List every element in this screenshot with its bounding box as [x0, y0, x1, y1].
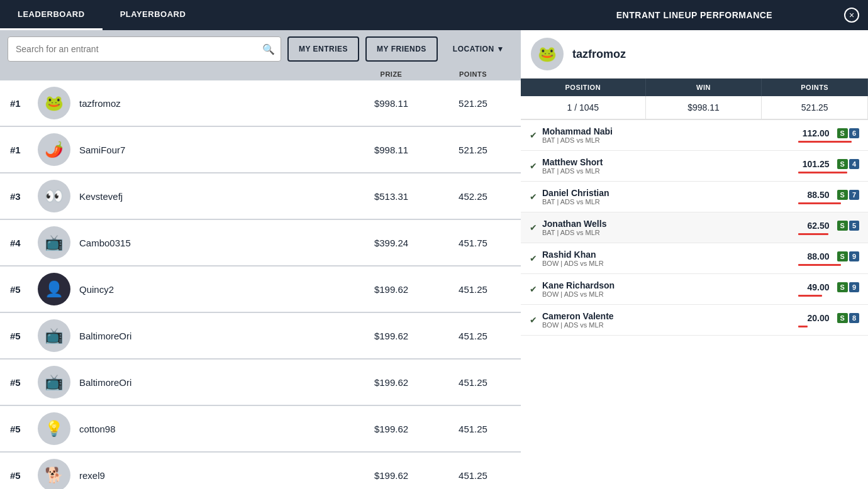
- table-row[interactable]: #5 📺 BaltimoreOri $199.62 451.25: [0, 313, 521, 358]
- player-info: Matthew Short BAT | ADS vs MLR: [542, 157, 798, 175]
- num-badge: 9: [849, 251, 859, 261]
- list-item[interactable]: ✔ Kane Richardson BOW | ADS vs MLR 49.00…: [521, 274, 868, 305]
- table-row[interactable]: #1 🐸 tazfromoz $998.11 521.25: [0, 80, 521, 126]
- my-entries-button[interactable]: MY ENTRIES: [287, 36, 359, 62]
- player-score: 112.00: [798, 128, 830, 138]
- rank: #5: [10, 284, 38, 295]
- avatar: 👀: [38, 180, 70, 212]
- table-row[interactable]: #1 🌶️ SamiFour7 $998.11 521.25: [0, 127, 521, 172]
- player-sub: BAT | ADS vs MLR: [542, 198, 798, 206]
- points: 451.25: [435, 377, 511, 388]
- score-bar: [798, 172, 847, 173]
- player-name: BaltimoreOri: [79, 331, 347, 341]
- points: 521.25: [435, 145, 511, 155]
- my-friends-button[interactable]: MY FRIENDS: [365, 36, 438, 62]
- right-panel-title: ENTRANT LINEUP PERFORMANCE: [616, 10, 772, 20]
- points: 451.25: [435, 424, 511, 434]
- prize: $998.11: [347, 145, 435, 155]
- username: tazfromoz: [572, 48, 626, 61]
- checkmark-icon: ✔: [530, 130, 542, 140]
- player-score: 88.00: [798, 251, 830, 261]
- num-badge: 4: [849, 159, 859, 169]
- table-row[interactable]: #3 👀 Kevstevefj $513.31 452.25: [0, 173, 521, 219]
- list-item[interactable]: ✔ Jonathan Wells BAT | ADS vs MLR 62.50 …: [521, 212, 868, 243]
- list-item[interactable]: ✔ Daniel Christian BAT | ADS vs MLR 88.5…: [521, 182, 868, 212]
- avatar: 📺: [38, 319, 70, 352]
- s-badge: S: [837, 128, 848, 138]
- table-row[interactable]: #5 👤 Quincy2 $199.62 451.25: [0, 266, 521, 312]
- search-bar: 🔍 MY ENTRIES MY FRIENDS LOCATION ▼: [0, 30, 521, 68]
- rank: #1: [10, 98, 38, 109]
- score-bar: [798, 295, 822, 297]
- points-column-header: POINTS: [435, 70, 511, 78]
- player-badge: S 9: [837, 251, 859, 261]
- table-row[interactable]: #5 💡 cotton98 $199.62 451.25: [0, 406, 521, 451]
- player-name: Cameron Valente: [542, 311, 798, 321]
- tab-leaderboard[interactable]: LEADERBOARD: [0, 0, 103, 30]
- table-row[interactable]: #5 🐕 rexel9 $199.62 451.25: [0, 453, 521, 489]
- player-badge: S 4: [837, 159, 859, 169]
- score-bar: [798, 141, 852, 143]
- player-sub: BOW | ADS vs MLR: [542, 290, 798, 298]
- points: 451.25: [435, 470, 511, 481]
- table-row[interactable]: #5 📺 BaltimoreOri $199.62 451.25: [0, 360, 521, 405]
- player-name: BaltimoreOri: [79, 377, 347, 388]
- player-info: Kane Richardson BOW | ADS vs MLR: [542, 280, 798, 298]
- prize-column-header: PRIZE: [347, 70, 435, 78]
- search-icon: 🔍: [262, 43, 275, 55]
- s-badge: S: [837, 190, 848, 200]
- player-badge: S 7: [837, 190, 859, 200]
- prize: $199.62: [347, 331, 435, 341]
- player-badge: S 9: [837, 282, 859, 292]
- score-bar: [798, 326, 808, 327]
- avatar: 📺: [38, 366, 70, 398]
- prize: $199.62: [347, 470, 435, 481]
- list-item[interactable]: ✔ Rashid Khan BOW | ADS vs MLR 88.00 S 9: [521, 243, 868, 274]
- points: 451.25: [435, 331, 511, 341]
- checkmark-icon: ✔: [530, 161, 542, 171]
- rank: #3: [10, 191, 38, 202]
- rank: #5: [10, 424, 38, 434]
- player-badge: S 5: [837, 221, 859, 231]
- win-header: WIN: [645, 79, 762, 96]
- stats-table: POSITION WIN POINTS 1 / 1045 $998.11 521…: [521, 79, 868, 120]
- prize: $199.62: [347, 377, 435, 388]
- player-name: Matthew Short: [542, 157, 798, 167]
- player-info: Cameron Valente BOW | ADS vs MLR: [542, 311, 798, 329]
- list-item[interactable]: ✔ Cameron Valente BOW | ADS vs MLR 20.00…: [521, 305, 868, 336]
- player-name: Mohammad Nabi: [542, 126, 798, 136]
- num-badge: 7: [849, 190, 859, 200]
- avatar: 🐕: [38, 459, 70, 489]
- points: 451.25: [435, 284, 511, 295]
- avatar: 🐸: [531, 38, 564, 70]
- tab-playerboard[interactable]: PLAYERBOARD: [103, 0, 204, 30]
- prize: $998.11: [347, 98, 435, 109]
- search-input-wrap: 🔍: [8, 36, 281, 62]
- list-item[interactable]: ✔ Mohammad Nabi BAT | ADS vs MLR 112.00 …: [521, 120, 868, 151]
- player-name: tazfromoz: [79, 98, 347, 109]
- player-name: Daniel Christian: [542, 188, 798, 198]
- list-item[interactable]: ✔ Matthew Short BAT | ADS vs MLR 101.25 …: [521, 151, 868, 182]
- points: 452.25: [435, 191, 511, 202]
- left-panel: LEADERBOARD PLAYERBOARD 🔍 MY ENTRIES MY …: [0, 0, 521, 489]
- column-headers: PRIZE POINTS: [0, 68, 521, 80]
- score-bar: [798, 233, 828, 235]
- player-list: ✔ Mohammad Nabi BAT | ADS vs MLR 112.00 …: [521, 120, 868, 489]
- prize: $199.62: [347, 424, 435, 434]
- rank: #5: [10, 331, 38, 341]
- close-button[interactable]: ×: [844, 8, 859, 23]
- player-name: rexel9: [79, 470, 347, 481]
- player-sub: BAT | ADS vs MLR: [542, 229, 798, 236]
- avatar: 💡: [38, 412, 70, 445]
- tab-bar: LEADERBOARD PLAYERBOARD: [0, 0, 521, 30]
- table-row[interactable]: #4 📺 Cambo0315 $399.24 451.75: [0, 220, 521, 265]
- avatar: 📺: [38, 226, 70, 259]
- num-badge: 5: [849, 221, 859, 231]
- rank: #4: [10, 238, 38, 248]
- search-input[interactable]: [8, 36, 281, 62]
- points: 451.75: [435, 238, 511, 248]
- rank: #5: [10, 377, 38, 388]
- player-sub: BAT | ADS vs MLR: [542, 136, 798, 144]
- location-button[interactable]: LOCATION ▼: [444, 36, 513, 62]
- num-badge: 9: [849, 282, 859, 292]
